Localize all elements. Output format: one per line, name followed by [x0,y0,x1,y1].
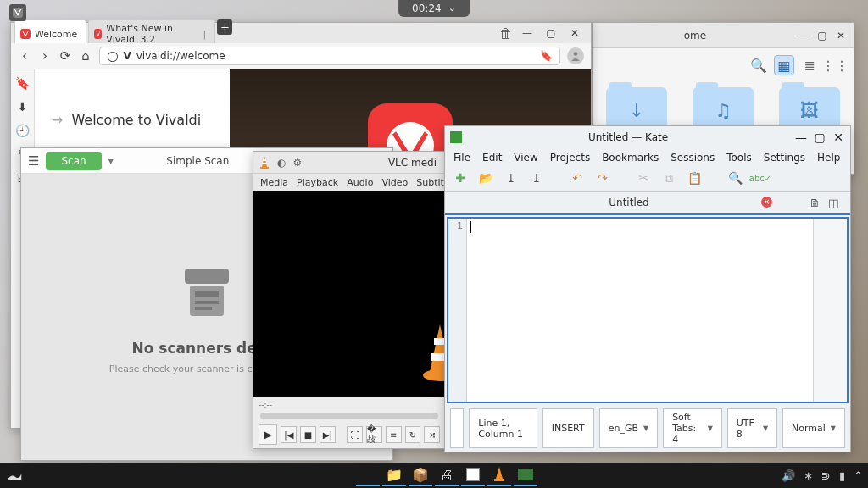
menu-view[interactable]: View [514,152,537,164]
bookmark-icon[interactable]: 🔖 [540,50,553,62]
compact-view-button[interactable]: ⋮⋮ [825,55,845,75]
icon-view-button[interactable]: ▦ [774,55,794,75]
bookmarks-panel-icon[interactable]: 🔖 [15,76,30,90]
playlist-button[interactable]: ≡ [386,426,402,443]
prev-button[interactable]: |◀ [281,426,297,443]
history-panel-icon[interactable]: 🕘 [15,124,30,137]
open-file-icon[interactable]: 📂 [477,169,494,186]
dock-vlc[interactable] [487,464,511,486]
new-file-icon[interactable]: ✚ [452,169,469,186]
cursor-position[interactable]: Line 1, Column 1 [469,408,537,448]
maximize-button[interactable]: ▢ [813,130,826,144]
new-tab-button[interactable]: + [217,19,232,35]
save-as-icon[interactable]: ⤓ [528,169,545,186]
url-field[interactable]: ◯ V vivaldi://welcome 🔖 [99,47,560,65]
document-tab[interactable]: Untitled × [452,192,806,213]
scan-button[interactable]: Scan [46,152,101,170]
volume-icon[interactable]: 🔊 [782,469,795,482]
fullscreen-button[interactable]: ⛶ [347,426,363,443]
dock-vivaldi[interactable] [356,464,380,486]
hamburger-icon[interactable]: ☰ [28,153,39,169]
text-editor[interactable] [467,219,813,402]
gear-icon[interactable]: ⚙ [292,157,302,169]
home-button[interactable]: ⌂ [79,49,92,63]
indent-selector[interactable]: Soft Tabs: 4▼ [663,408,722,448]
shuffle-button[interactable]: ⤮ [424,426,440,443]
scan-dropdown[interactable]: ▾ [108,155,114,167]
search-icon[interactable]: 🔍 [726,169,743,186]
menu-sessions[interactable]: Sessions [670,152,715,164]
reload-button[interactable]: ⟳ [58,49,72,63]
loop-button[interactable]: ↻ [405,426,421,443]
play-button[interactable]: ▶ [259,424,277,445]
menu-projects[interactable]: Projects [550,152,590,164]
encoding-selector[interactable]: UTF-8▼ [727,408,777,448]
next-button[interactable]: ▶| [320,426,336,443]
split-view-button[interactable]: ◫ [828,197,843,209]
battery-icon[interactable]: ▮ [839,469,845,482]
minimize-button[interactable]: — [520,25,535,41]
undo-icon[interactable]: ↶ [569,169,586,186]
redo-icon[interactable]: ↷ [594,169,611,186]
kate-toolbar: ✚ 📂 ⤓ ⤓ ↶ ↷ ✂ ⧉ 📋 🔍 abc✓ [445,167,850,192]
menu-bookmarks[interactable]: Bookmarks [602,152,659,164]
close-button[interactable]: ✕ [832,130,845,144]
vivaldi-icon [20,29,31,39]
menu-file[interactable]: File [453,152,470,164]
vivaldi-menu-icon[interactable] [9,4,26,21]
menu-media[interactable]: Media [260,177,288,188]
stop-button[interactable]: ■ [300,426,316,443]
minimap[interactable] [813,219,847,402]
search-button[interactable]: 🔍 [748,55,769,75]
menu-settings[interactable]: Settings [764,152,805,164]
tab-close-icon[interactable]: × [761,197,772,208]
dock-terminal[interactable] [514,464,537,486]
downloads-panel-icon[interactable]: ⬇ [18,100,28,114]
maximize-button[interactable]: ▢ [815,28,830,43]
menu-audio[interactable]: Audio [347,177,373,188]
menu-edit[interactable]: Edit [482,152,502,164]
spellcheck-icon[interactable]: abc✓ [752,169,769,186]
dock-kate[interactable] [461,464,485,486]
close-button[interactable]: ✕ [833,28,849,43]
mode-selector[interactable]: Normal▼ [782,408,845,448]
back-button[interactable]: ‹ [18,49,31,63]
kate-tabbar: Untitled × 🗎 ◫ [445,192,850,215]
minimize-button[interactable]: — [796,28,811,43]
dock-files[interactable]: 📁 [382,464,406,486]
copy-icon[interactable]: ⧉ [660,169,677,186]
network-icon[interactable]: ⋑ [821,469,831,482]
insert-mode[interactable]: INSERT [542,408,594,448]
new-doc-button[interactable]: 🗎 [810,197,825,209]
forward-button[interactable]: › [38,49,52,63]
window-title: ome [598,30,793,42]
dock-archive[interactable]: 📦 [409,464,432,486]
bluetooth-icon[interactable]: ∗ [804,469,813,482]
cut-icon[interactable]: ✂ [635,169,652,186]
close-button[interactable]: ✕ [567,25,582,41]
ext-settings-button[interactable]: �敁 [366,426,382,443]
vlc-prefs-icon[interactable]: ◐ [277,157,286,169]
menu-playback[interactable]: Playback [297,177,338,188]
list-view-button[interactable]: ≣ [799,55,820,75]
svg-rect-8 [262,163,266,164]
trash-icon[interactable]: 🗑 [499,25,513,42]
kate-window: Untitled — Kate — ▢ ✕ File Edit View Pro… [444,125,851,452]
start-menu-button[interactable] [5,466,24,485]
save-icon[interactable]: ⤓ [503,169,520,186]
tray-chevron-icon[interactable]: ⌃ [854,469,863,482]
status-menu-button[interactable] [450,408,464,448]
taskbar: 📁 📦 🖨 🔊 ∗ ⋑ ▮ ⌃ [0,463,868,488]
dock-scan[interactable]: 🖨 [435,464,459,486]
seek-bar[interactable] [260,413,438,419]
minimize-button[interactable]: — [794,130,808,144]
top-panel-clock[interactable]: 00:24 ⌄ [398,0,470,17]
maximize-button[interactable]: ▢ [543,25,559,41]
paste-icon[interactable]: 📋 [686,169,703,186]
menu-video[interactable]: Video [381,177,408,188]
menu-tools[interactable]: Tools [726,152,752,164]
dictionary-selector[interactable]: en_GB▼ [599,408,658,448]
vlc-video-area[interactable] [253,191,445,397]
profile-avatar[interactable] [567,47,584,64]
menu-help[interactable]: Help [817,152,840,164]
